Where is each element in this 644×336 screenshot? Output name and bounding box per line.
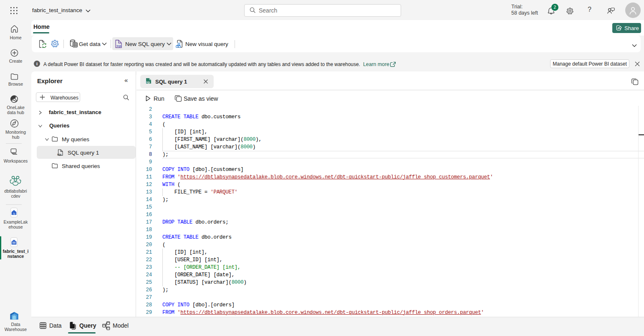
svg-text:SQL: SQL <box>146 81 151 84</box>
svg-text:SQL: SQL <box>57 153 62 156</box>
svg-text:SQL: SQL <box>116 44 122 47</box>
